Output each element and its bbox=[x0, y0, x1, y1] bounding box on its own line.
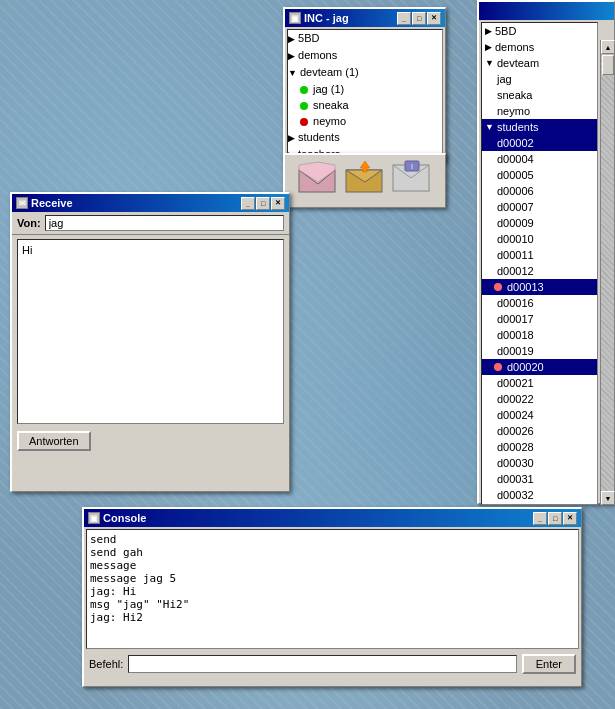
arrow-right-icon: ▶ bbox=[288, 133, 295, 143]
status-dot-red bbox=[300, 118, 308, 126]
userlist-item-students[interactable]: ▼ students bbox=[482, 119, 597, 135]
scroll-track[interactable] bbox=[601, 54, 614, 491]
userlist-item[interactable]: d00012 bbox=[482, 263, 597, 279]
from-label: Von: bbox=[17, 217, 41, 229]
tree-item-devteam[interactable]: ▼ devteam (1) bbox=[288, 64, 442, 81]
envelope-send-icon[interactable] bbox=[344, 160, 386, 195]
tree-item-sneaka[interactable]: sneaka bbox=[288, 97, 442, 113]
userlist-item[interactable]: ▼ devteam bbox=[482, 55, 597, 71]
userlist-label: d00022 bbox=[497, 392, 534, 406]
status-dot-green bbox=[300, 102, 308, 110]
console-controls: _ □ ✕ bbox=[533, 512, 577, 525]
userlist-label: students bbox=[497, 120, 539, 134]
command-input[interactable] bbox=[128, 655, 516, 673]
status-dot bbox=[494, 363, 502, 371]
maximize-button[interactable]: □ bbox=[412, 12, 426, 25]
console-line: msg "jag" "Hi2" bbox=[90, 598, 575, 611]
receive-from-area: Von: bbox=[12, 212, 289, 235]
userlist-item[interactable]: sneaka bbox=[482, 87, 597, 103]
userlist-item[interactable]: d00002 bbox=[482, 135, 597, 151]
tree-item-5bd[interactable]: ▶ 5BD bbox=[288, 30, 442, 47]
minimize-button[interactable]: _ bbox=[241, 197, 255, 210]
userlist-label: 5BD bbox=[495, 24, 516, 38]
console-title: Console bbox=[103, 512, 146, 524]
receive-window-icon: ✉ bbox=[16, 197, 28, 209]
userlist-item[interactable]: neymo bbox=[482, 103, 597, 119]
receive-message-text: Hi bbox=[22, 244, 32, 256]
enter-button[interactable]: Enter bbox=[522, 654, 576, 674]
userlist-label: d00002 bbox=[497, 136, 534, 150]
userlist-item[interactable]: d00031 bbox=[482, 471, 597, 487]
userlist-label: d00026 bbox=[497, 424, 534, 438]
userlist-label: d00013 bbox=[507, 280, 544, 294]
userlist-label: d00019 bbox=[497, 344, 534, 358]
userlist-item[interactable]: d00007 bbox=[482, 199, 597, 215]
close-button[interactable]: ✕ bbox=[271, 197, 285, 210]
userlist-label: d00005 bbox=[497, 168, 534, 182]
console-titlebar: ▣ Console _ □ ✕ bbox=[84, 509, 581, 527]
receive-window: ✉ Receive _ □ ✕ Von: Hi Antworten bbox=[10, 192, 290, 492]
maximize-button[interactable]: □ bbox=[548, 512, 562, 525]
envelope-icons: I bbox=[285, 155, 445, 200]
userlist-label: d00028 bbox=[497, 440, 534, 454]
receive-titlebar: ✉ Receive _ □ ✕ bbox=[12, 194, 289, 212]
from-input[interactable] bbox=[45, 215, 284, 231]
tree-item-demons[interactable]: ▶ demons bbox=[288, 47, 442, 64]
minimize-button[interactable]: _ bbox=[397, 12, 411, 25]
userlist-item[interactable]: d00010 bbox=[482, 231, 597, 247]
userlist-item[interactable]: d00030 bbox=[482, 455, 597, 471]
userlist-label: neymo bbox=[497, 104, 530, 118]
userlist-item[interactable]: d00021 bbox=[482, 375, 597, 391]
userlist-label: d00012 bbox=[497, 264, 534, 278]
scroll-thumb[interactable] bbox=[602, 55, 614, 75]
userlist-label: d00033 bbox=[497, 504, 534, 505]
close-button[interactable]: ✕ bbox=[563, 512, 577, 525]
userlist-item[interactable]: d00018 bbox=[482, 327, 597, 343]
arrow-down-icon: ▼ bbox=[485, 56, 494, 70]
userlist-item[interactable]: d00028 bbox=[482, 439, 597, 455]
userlist-item[interactable]: d00020 bbox=[482, 359, 597, 375]
scrollbar[interactable]: ▲ ▼ bbox=[600, 40, 614, 505]
userlist-label: devteam bbox=[497, 56, 539, 70]
arrow-down-icon: ▼ bbox=[288, 68, 297, 78]
maximize-button[interactable]: □ bbox=[256, 197, 270, 210]
userlist-item[interactable]: d00011 bbox=[482, 247, 597, 263]
userlist-item[interactable]: d00019 bbox=[482, 343, 597, 359]
userlist-item[interactable]: d00022 bbox=[482, 391, 597, 407]
userlist-item[interactable]: ▶ demons bbox=[482, 39, 597, 55]
userlist-item[interactable]: d00026 bbox=[482, 423, 597, 439]
tree-item-jag[interactable]: jag (1) bbox=[288, 81, 442, 97]
receive-footer: Antworten bbox=[12, 428, 289, 454]
status-dot-green bbox=[300, 86, 308, 94]
userlist-item[interactable]: jag bbox=[482, 71, 597, 87]
scroll-up-btn[interactable]: ▲ bbox=[601, 40, 615, 54]
userlist-item[interactable]: d00013 bbox=[482, 279, 597, 295]
console-title-area: ▣ Console bbox=[88, 512, 146, 524]
userlist-label: d00016 bbox=[497, 296, 534, 310]
minimize-button[interactable]: _ bbox=[533, 512, 547, 525]
console-footer: Befehl: Enter bbox=[84, 651, 581, 677]
tree-item-neymo[interactable]: neymo bbox=[288, 113, 442, 129]
console-line: message jag 5 bbox=[90, 572, 575, 585]
userlist-item[interactable]: d00006 bbox=[482, 183, 597, 199]
userlist-item[interactable]: d00017 bbox=[482, 311, 597, 327]
envelope-open-icon[interactable] bbox=[297, 160, 339, 195]
scroll-down-btn[interactable]: ▼ bbox=[601, 491, 615, 505]
close-button[interactable]: ✕ bbox=[427, 12, 441, 25]
userlist-item[interactable]: d00009 bbox=[482, 215, 597, 231]
userlist-titlebar bbox=[479, 2, 614, 20]
arrow-right-icon: ▶ bbox=[288, 51, 295, 61]
userlist-item[interactable]: d00016 bbox=[482, 295, 597, 311]
userlist-item[interactable]: d00024 bbox=[482, 407, 597, 423]
irc-title: INC - jag bbox=[304, 12, 349, 24]
userlist-item[interactable]: ▶ 5BD bbox=[482, 23, 597, 39]
userlist-item[interactable]: d00032 bbox=[482, 487, 597, 503]
tree-item-students[interactable]: ▶ students bbox=[288, 129, 442, 146]
receive-title: Receive bbox=[31, 197, 73, 209]
envelope-stamp-icon[interactable]: I bbox=[391, 160, 433, 195]
console-line: send bbox=[90, 533, 575, 546]
userlist-item[interactable]: d00005 bbox=[482, 167, 597, 183]
userlist-item[interactable]: d00033 bbox=[482, 503, 597, 505]
userlist-item[interactable]: d00004 bbox=[482, 151, 597, 167]
reply-button[interactable]: Antworten bbox=[17, 431, 91, 451]
